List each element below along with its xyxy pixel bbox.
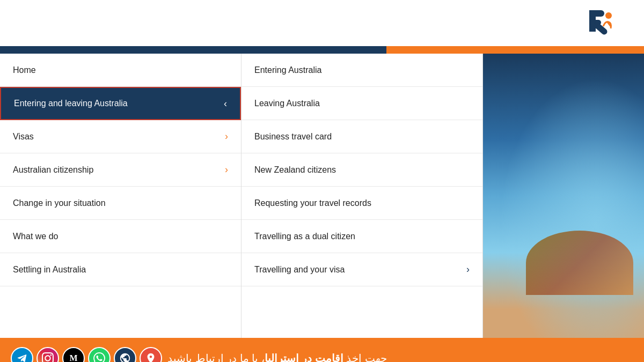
instagram-icon[interactable]: [36, 347, 59, 363]
chevron-right-icon: ›: [225, 131, 228, 142]
logo-icon: [584, 6, 618, 40]
main-content: Home Entering and leaving Australia ‹ Vi…: [0, 54, 644, 338]
nav-item-entering-leaving[interactable]: Entering and leaving Australia ‹: [0, 87, 241, 120]
sub-item-leaving-australia[interactable]: Leaving Australia: [241, 87, 482, 120]
svg-rect-1: [589, 10, 604, 17]
left-navigation: Home Entering and leaving Australia ‹ Vi…: [0, 54, 241, 338]
sub-item-business-travel[interactable]: Business travel card: [241, 120, 482, 153]
telegram-icon[interactable]: [11, 347, 33, 363]
svg-point-4: [605, 12, 612, 19]
whatsapp-icon[interactable]: [88, 347, 111, 363]
background-image: [483, 54, 644, 338]
nav-item-visas[interactable]: Visas ›: [0, 120, 241, 153]
sub-item-travel-records[interactable]: Requesting your travel records: [241, 187, 482, 220]
decorative-cliff: [526, 231, 633, 295]
nav-item-home[interactable]: Home: [0, 54, 241, 87]
right-submenu: Entering Australia Leaving Australia Bus…: [241, 54, 483, 338]
chevron-right-icon: ›: [466, 264, 470, 275]
location-icon[interactable]: [140, 347, 162, 363]
sub-item-dual-citizen[interactable]: Travelling as a dual citizen: [241, 220, 482, 253]
chevron-right-icon: ›: [225, 164, 228, 175]
nav-item-citizenship[interactable]: Australian citizenship ›: [0, 153, 241, 187]
medium-icon[interactable]: M: [62, 347, 85, 363]
header: [0, 0, 644, 48]
bottom-bar-text: جهت اخذ اقامت در استرالیا، با ما در ارتب…: [167, 352, 387, 363]
sub-item-new-zealand[interactable]: New Zealand citizens: [241, 153, 482, 187]
bottom-bar: M جهت اخذ اقامت در استرالیا، با ما در ار…: [0, 338, 644, 362]
web-icon[interactable]: [114, 347, 136, 363]
chevron-left-icon: ‹: [224, 98, 227, 109]
social-icons: M: [11, 347, 162, 363]
nav-item-settling[interactable]: Settling in Australia: [0, 253, 241, 286]
header-stripe: [0, 48, 644, 54]
sub-item-entering-australia[interactable]: Entering Australia: [241, 54, 482, 87]
logo: [580, 4, 623, 42]
nav-item-change-situation[interactable]: Change in your situation: [0, 187, 241, 220]
nav-item-what-we-do[interactable]: What we do: [0, 220, 241, 253]
sub-item-travelling-visa[interactable]: Travelling and your visa ›: [241, 253, 482, 286]
